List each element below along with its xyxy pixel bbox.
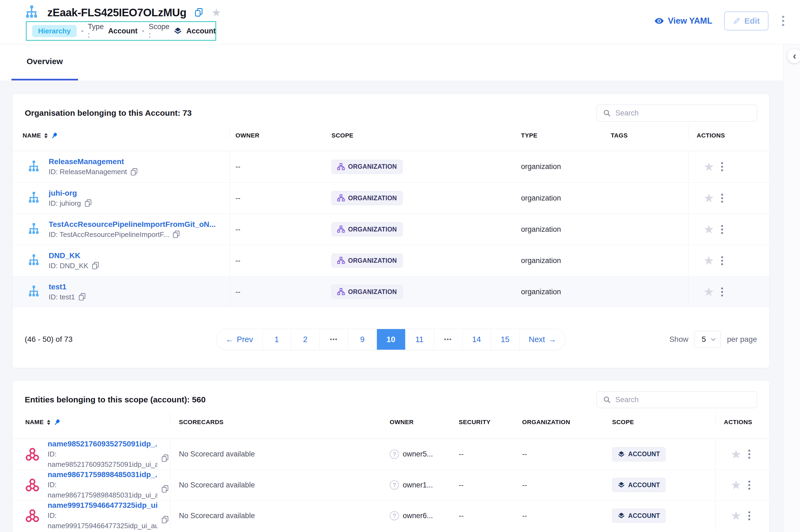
copy-icon[interactable] bbox=[78, 293, 86, 301]
page-button-15[interactable]: 15 bbox=[491, 329, 520, 350]
organisations-card: Organisation belonging to this Account: … bbox=[12, 94, 769, 368]
more-options-kebab-icon[interactable] bbox=[780, 14, 786, 28]
row-menu-kebab-icon[interactable] bbox=[720, 193, 724, 204]
scope-badge-label: ORGANIZATION bbox=[348, 194, 397, 202]
scope-badge-label: ORGANIZATION bbox=[348, 163, 397, 170]
page-button-9[interactable]: 9 bbox=[348, 329, 377, 350]
page-button-1[interactable]: 1 bbox=[263, 329, 291, 350]
organisations-search bbox=[597, 104, 757, 121]
copy-icon[interactable] bbox=[195, 8, 203, 17]
favorite-star-icon[interactable]: ★ bbox=[731, 448, 741, 460]
column-header-scorecards: SCORECARDS bbox=[170, 412, 385, 426]
scope-badge-label: ORGANIZATION bbox=[348, 226, 397, 233]
row-menu-kebab-icon[interactable] bbox=[720, 255, 724, 266]
entity-id: name98521760935275091idp_ui_au... bbox=[48, 460, 158, 469]
scope-value: Account bbox=[186, 27, 216, 35]
page-button-2[interactable]: 2 bbox=[291, 329, 320, 350]
column-header-type: TYPE bbox=[515, 125, 605, 139]
copy-icon[interactable] bbox=[130, 168, 138, 176]
search-icon bbox=[603, 109, 611, 117]
organization-icon bbox=[27, 223, 40, 235]
org-name-link[interactable]: ReleaseManagement bbox=[49, 157, 138, 166]
view-yaml-button[interactable]: View YAML bbox=[654, 16, 712, 26]
copy-icon[interactable] bbox=[84, 199, 92, 207]
favorite-star-icon[interactable]: ★ bbox=[211, 7, 221, 18]
column-header-tags: TAGS bbox=[605, 125, 688, 139]
row-menu-kebab-icon[interactable] bbox=[747, 479, 751, 491]
pin-icon[interactable] bbox=[51, 132, 58, 139]
org-name-link[interactable]: juhi-org bbox=[49, 189, 92, 197]
org-name-link[interactable]: DND_KK bbox=[49, 251, 99, 260]
collapse-panel-button[interactable]: ‹ bbox=[787, 49, 800, 63]
tab-overview[interactable]: Overview bbox=[12, 44, 78, 80]
show-label: Show bbox=[669, 335, 688, 344]
scope-badge-label: ACCOUNT bbox=[628, 451, 660, 458]
page-size-select[interactable]: 5 bbox=[694, 331, 721, 348]
arrow-right-icon: → bbox=[548, 335, 556, 344]
favorite-star-icon[interactable]: ★ bbox=[704, 192, 714, 204]
copy-icon[interactable] bbox=[161, 516, 169, 524]
tags-cell bbox=[605, 276, 688, 307]
pin-icon[interactable] bbox=[54, 419, 61, 426]
entity-id-label: ID: bbox=[48, 511, 158, 520]
entity-name-link[interactable]: name98671759898485031idp_... bbox=[48, 470, 158, 479]
favorite-star-icon[interactable]: ★ bbox=[704, 161, 714, 173]
favorite-star-icon[interactable]: ★ bbox=[731, 510, 741, 522]
org-name-link[interactable]: test1 bbox=[49, 283, 86, 291]
entity-meta-highlight-box: Hierarchy • Type : Account • Scope : Acc… bbox=[26, 21, 216, 41]
row-menu-kebab-icon[interactable] bbox=[747, 510, 751, 521]
row-menu-kebab-icon[interactable] bbox=[720, 286, 724, 298]
page-button-14[interactable]: 14 bbox=[462, 329, 491, 350]
favorite-star-icon[interactable]: ★ bbox=[704, 286, 714, 298]
column-header-name[interactable]: NAME bbox=[13, 125, 230, 139]
table-row: name98671759898485031idp_... ID: name986… bbox=[13, 470, 769, 500]
copy-icon[interactable] bbox=[161, 485, 169, 493]
favorite-star-icon[interactable]: ★ bbox=[704, 254, 714, 267]
organization-icon bbox=[27, 192, 40, 204]
edit-button[interactable]: Edit bbox=[724, 12, 768, 31]
sort-icon[interactable] bbox=[47, 420, 50, 425]
entity-name-link[interactable]: name98521760935275091idp_... bbox=[48, 440, 158, 448]
next-page-button[interactable]: Next → bbox=[520, 329, 566, 350]
type-value: Account bbox=[108, 27, 138, 35]
org-id: ID: DND_KK bbox=[49, 262, 88, 270]
sort-icon[interactable] bbox=[44, 133, 48, 138]
column-header-actions: ACTIONS bbox=[715, 412, 770, 426]
security-cell: -- bbox=[454, 439, 518, 470]
row-menu-kebab-icon[interactable] bbox=[720, 224, 724, 235]
type-label: Type : bbox=[88, 22, 104, 39]
org-name-link[interactable]: TestAccResourcePipelineImportFromGit_oN.… bbox=[49, 220, 216, 229]
column-header-owner: OWNER bbox=[385, 412, 454, 426]
favorite-star-icon[interactable]: ★ bbox=[704, 223, 714, 235]
scope-badge-label: ORGANIZATION bbox=[348, 257, 397, 264]
type-cell: organization bbox=[515, 151, 605, 182]
row-menu-kebab-icon[interactable] bbox=[720, 161, 724, 172]
component-icon bbox=[25, 509, 39, 523]
main-content: Organisation belonging to this Account: … bbox=[0, 80, 783, 532]
page-button-10-active[interactable]: 10 bbox=[377, 329, 405, 350]
pager: ← Prev 1 2 ••• 9 10 11 ••• 14 15 Next → bbox=[216, 329, 566, 350]
pencil-icon bbox=[733, 17, 741, 25]
copy-icon[interactable] bbox=[161, 454, 169, 462]
prev-page-button[interactable]: ← Prev bbox=[216, 329, 263, 350]
entity-name-link[interactable]: name9991759466477325idp_ui... bbox=[48, 501, 158, 510]
copy-icon[interactable] bbox=[172, 230, 180, 239]
column-header-name-label: NAME bbox=[22, 132, 41, 139]
org-id: ID: juhiorg bbox=[49, 199, 81, 208]
copy-icon[interactable] bbox=[92, 262, 99, 270]
entity-id-label: ID: bbox=[48, 480, 158, 489]
account-scope-icon bbox=[174, 27, 182, 35]
page-button-11[interactable]: 11 bbox=[405, 329, 434, 350]
tags-cell bbox=[605, 245, 688, 276]
column-header-name[interactable]: NAME bbox=[13, 412, 170, 426]
dot-separator: • bbox=[142, 27, 144, 35]
page-size-value: 5 bbox=[702, 335, 706, 344]
organisations-search-input[interactable] bbox=[615, 109, 751, 117]
entities-card: Entities belonging to this scope (accoun… bbox=[12, 380, 769, 532]
entity-id-label: ID: bbox=[48, 450, 158, 459]
entities-search-input[interactable] bbox=[615, 396, 751, 404]
scope-badge: ORGANIZATION bbox=[331, 191, 403, 205]
row-menu-kebab-icon[interactable] bbox=[747, 449, 751, 460]
favorite-star-icon[interactable]: ★ bbox=[731, 479, 741, 491]
column-header-scope: SCOPE bbox=[326, 125, 515, 139]
